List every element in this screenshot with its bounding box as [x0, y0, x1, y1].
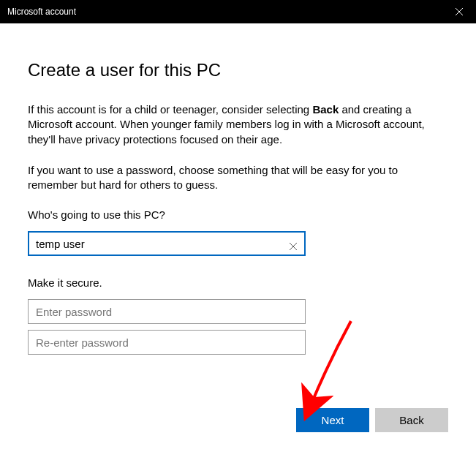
- page-heading: Create a user for this PC: [28, 60, 448, 80]
- username-label: Who's going to use this PC?: [28, 208, 448, 221]
- password-input[interactable]: [28, 299, 306, 324]
- username-field-wrap: [28, 231, 306, 262]
- close-icon: [456, 5, 463, 18]
- dialog-footer: Next Back: [296, 408, 448, 432]
- titlebar: Microsoft account: [0, 0, 476, 23]
- intro-text-part1: If this account is for a child or teenag…: [28, 103, 312, 116]
- password-hint-text: If you want to use a password, choose so…: [28, 163, 448, 193]
- window-title: Microsoft account: [7, 7, 76, 17]
- intro-text: If this account is for a child or teenag…: [28, 102, 448, 147]
- dialog-content: Create a user for this PC If this accoun…: [0, 23, 476, 361]
- confirm-password-input[interactable]: [28, 330, 306, 355]
- username-input[interactable]: [28, 231, 306, 256]
- clear-input-button[interactable]: [285, 238, 301, 254]
- next-button[interactable]: Next: [296, 408, 369, 432]
- intro-back-word: Back: [312, 103, 339, 116]
- secure-label: Make it secure.: [28, 276, 448, 289]
- back-button[interactable]: Back: [375, 408, 448, 432]
- close-button[interactable]: [442, 0, 476, 23]
- clear-icon: [290, 240, 297, 253]
